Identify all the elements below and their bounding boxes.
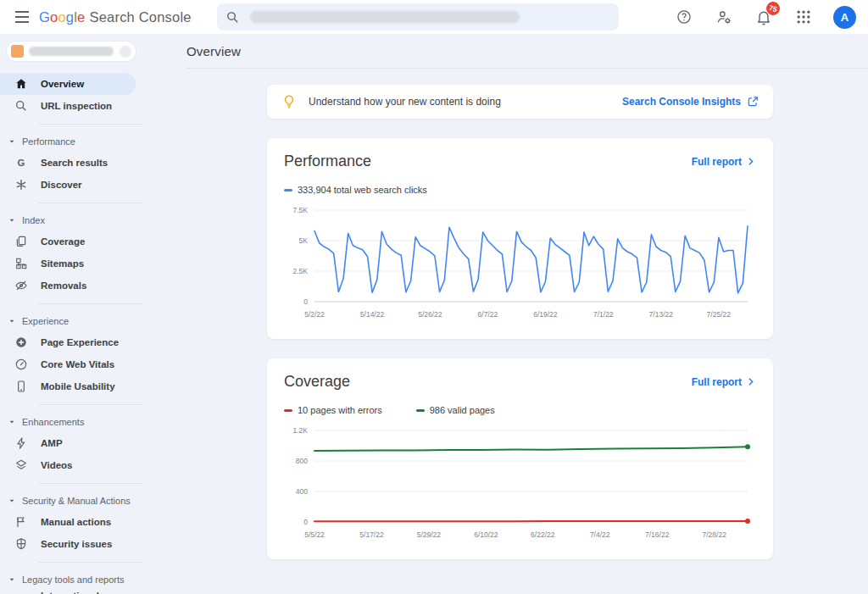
sidebar-item-manual-actions[interactable]: Manual actions [0,511,142,533]
sidebar-item-label: URL inspection [41,101,112,111]
legend-item[interactable]: 986 valid pages [416,405,495,415]
sidebar-item-label: Overview [41,79,84,89]
sidebar-divider [38,404,142,405]
performance-full-report-link[interactable]: Full report [692,156,756,168]
sidebar-item-search-results[interactable]: GSearch results [0,152,142,174]
apps-grid-icon[interactable] [793,7,814,27]
sidebar-divider [38,203,142,203]
section-label: Index [22,215,45,225]
help-icon[interactable] [674,7,694,27]
removals-eye-off-icon [14,279,28,292]
svg-text:0: 0 [303,518,308,526]
caret-down-icon [7,215,17,225]
svg-text:5/14/22: 5/14/22 [360,310,385,319]
google-logo-letter: G [39,9,50,25]
svg-text:800: 800 [296,457,308,465]
open-in-new-icon [747,96,759,108]
caret-down-icon [7,316,17,326]
search-icon [225,10,240,25]
sidebar-divider [38,124,142,125]
legend-label: 333,904 total web search clicks [298,185,427,195]
sidebar-item-amp[interactable]: AMP [0,432,142,454]
svg-text:G: G [18,158,25,168]
discover-icon [14,178,28,192]
google-logo-letter: e [77,9,85,25]
coverage-chart[interactable]: 04008001.2K5/5/225/17/225/29/226/10/226/… [284,424,756,547]
svg-text:7/28/22: 7/28/22 [703,530,727,539]
chevron-right-icon [745,376,756,387]
sidebar-item-label: Sitemaps [41,258,84,269]
notifications-bell-icon[interactable]: 75 [754,7,774,27]
svg-text:1.2K: 1.2K [293,426,309,435]
sidebar-section-index[interactable]: Index [0,210,142,230]
page-title: Overview [186,44,241,58]
sidebar-item-videos[interactable]: Videos [0,454,142,476]
caret-down-icon [7,496,17,506]
chevron-right-icon [745,156,756,167]
google-g-icon: G [14,156,28,169]
coverage-card-title: Coverage [284,373,350,391]
property-selector[interactable] [7,42,136,61]
sidebar-section-performance[interactable]: Performance [0,131,142,152]
shield-icon [14,537,28,551]
caret-down-icon [7,575,17,585]
sidebar-nav: OverviewURL inspectionPerformanceGSearch… [0,73,142,594]
legend-item[interactable]: 333,904 total web search clicks [284,185,427,195]
lightbulb-icon [281,94,297,109]
sidebar-item-mobile-usability[interactable]: Mobile Usability [0,375,142,397]
svg-text:5/2/22: 5/2/22 [304,310,325,319]
banner-text: Understand how your new content is doing [309,96,501,108]
property-icon [11,45,24,58]
sidebar-item-discover[interactable]: Discover [0,174,142,196]
sidebar-item-sitemaps[interactable]: Sitemaps [0,253,142,275]
svg-text:7/25/22: 7/25/22 [707,310,732,319]
videos-layers-icon [14,458,28,472]
performance-chart[interactable]: 02.5K5K7.5K5/2/225/14/225/26/226/7/226/1… [284,203,756,327]
search-console-insights-link[interactable]: Search Console Insights [622,96,759,108]
sidebar: OverviewURL inspectionPerformanceGSearch… [0,34,142,594]
sidebar-item-label: Videos [41,460,73,470]
sidebar-divider [38,303,142,304]
sidebar-section-enhancements[interactable]: Enhancements [0,412,142,432]
sidebar-item-international-targeting[interactable]: International targeting [0,590,142,594]
sidebar-section-legacy-tools-and-reports[interactable]: Legacy tools and reports [0,569,142,590]
section-label: Enhancements [22,417,84,427]
coverage-full-report-link[interactable]: Full report [692,376,756,388]
menu-hamburger-icon[interactable] [12,7,32,27]
sidebar-item-coverage[interactable]: Coverage [0,230,142,253]
sidebar-item-overview[interactable]: Overview [0,73,136,95]
sidebar-item-label: International targeting [41,591,142,594]
sidebar-item-security-issues[interactable]: Security issues [0,533,142,555]
svg-text:7/1/22: 7/1/22 [593,310,614,319]
svg-text:5/5/22: 5/5/22 [304,530,325,539]
svg-text:5K: 5K [299,236,309,245]
sidebar-item-url-inspection[interactable]: URL inspection [0,95,142,117]
svg-text:7/16/22: 7/16/22 [645,530,670,539]
core-web-vitals-icon [14,358,28,371]
flag-icon [14,515,28,529]
svg-text:400: 400 [296,487,308,496]
sidebar-item-core-web-vitals[interactable]: Core Web Vitals [0,353,142,375]
sidebar-item-page-experience[interactable]: Page Experience [0,331,142,353]
avatar[interactable]: A [833,6,856,29]
sitemaps-icon [14,257,28,270]
user-settings-icon[interactable] [714,7,734,27]
svg-text:7/13/22: 7/13/22 [649,310,674,319]
svg-text:2.5K: 2.5K [293,267,309,275]
insights-banner: Understand how your new content is doing… [267,85,773,119]
page-experience-icon [14,336,28,349]
coverage-card: Coverage Full report 10 pages with error… [267,358,773,559]
svg-text:7/4/22: 7/4/22 [590,530,610,539]
svg-text:5/29/22: 5/29/22 [417,530,442,539]
sidebar-section-experience[interactable]: Experience [0,311,142,331]
svg-text:6/10/22: 6/10/22 [474,530,498,539]
sidebar-section-security-manual-actions[interactable]: Security & Manual Actions [0,491,142,511]
mobile-usability-icon [14,380,28,393]
sidebar-item-removals[interactable]: Removals [0,275,142,297]
full-report-label: Full report [692,376,742,388]
section-label: Legacy tools and reports [22,575,124,585]
search-input[interactable] [217,3,619,31]
caret-down-icon [7,136,17,147]
legend-label: 986 valid pages [430,405,495,415]
legend-item[interactable]: 10 pages with errors [284,405,382,415]
